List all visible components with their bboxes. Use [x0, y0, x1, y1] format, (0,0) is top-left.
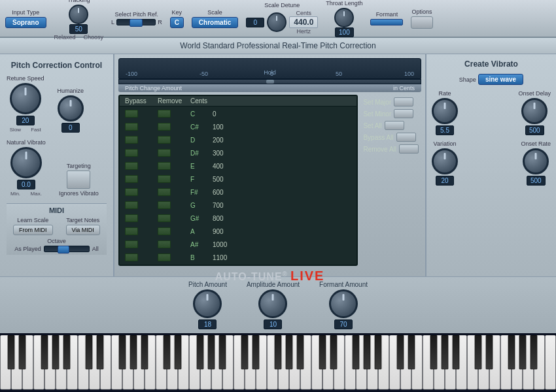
- targeting-container: Targeting Ignores Vibrato: [59, 163, 99, 197]
- rate-container: Rate 5.5: [432, 90, 458, 135]
- svg-rect-56: [97, 335, 103, 369]
- humanize-knob[interactable]: [58, 95, 84, 122]
- octave-thumb: [58, 246, 69, 253]
- formant-slider[interactable]: [370, 19, 403, 25]
- pitch-indicator-bar[interactable]: [118, 79, 421, 84]
- notes-cents-col: CC#DD#EFF#GG#AA#B 0100200300400500600700…: [190, 108, 245, 263]
- sine-wave-button[interactable]: sine wave: [478, 74, 523, 85]
- set-major-box[interactable]: [394, 97, 413, 106]
- variation-knob[interactable]: [432, 148, 458, 174]
- bypass-checkbox-7[interactable]: [125, 201, 138, 209]
- svg-rect-61: [175, 335, 181, 369]
- formant-amount-knob[interactable]: [329, 289, 358, 318]
- choosy-label: Choosy: [84, 34, 104, 41]
- onset-delay-label: Onset Delay: [518, 90, 551, 97]
- remove-checkbox-2[interactable]: [158, 136, 171, 144]
- remove-checkbox-10[interactable]: [158, 240, 171, 248]
- rate-value: 5.5: [436, 125, 454, 135]
- remove-checkbox-9[interactable]: [158, 227, 171, 235]
- remove-checkbox-3[interactable]: [158, 149, 171, 157]
- bypass-all-box[interactable]: [396, 133, 416, 142]
- svg-rect-77: [430, 335, 437, 369]
- svg-rect-75: [397, 335, 404, 369]
- bypass-checkbox-1[interactable]: [125, 123, 138, 131]
- svg-rect-82: [508, 335, 515, 369]
- svg-rect-50: [8, 335, 14, 369]
- set-minor-box[interactable]: [394, 109, 413, 118]
- cents-val-1: 100: [213, 123, 224, 131]
- remove-checkbox-4[interactable]: [158, 162, 171, 170]
- scale-detune-section: Scale Detune 0 Cents 440.0 Hertz: [246, 2, 318, 35]
- in-cents-label: in Cents: [393, 85, 415, 91]
- options-button[interactable]: [411, 16, 432, 29]
- key-button[interactable]: C: [170, 17, 184, 28]
- remove-header: Remove: [158, 97, 190, 105]
- pitch-amount-knob[interactable]: [193, 289, 222, 318]
- variation-label: Variation: [434, 140, 457, 147]
- formant-amount-value: 70: [334, 319, 353, 329]
- set-buttons: Set Major Set Minor Set All Bypass All R…: [360, 95, 421, 266]
- remove-checkbox-0[interactable]: [158, 110, 171, 118]
- natural-vibrato-knob[interactable]: [10, 147, 42, 178]
- bypass-checkbox-8[interactable]: [125, 214, 138, 222]
- svg-rect-83: [519, 335, 526, 369]
- bypass-checkbox-11[interactable]: [125, 253, 138, 261]
- vibrato-rate-row: Rate 5.5 Onset Delay 500: [432, 90, 551, 135]
- bypass-checkbox-5[interactable]: [125, 175, 138, 183]
- bypass-checkbox-10[interactable]: [125, 240, 138, 248]
- pitch-ref-label: Select Pitch Ref.: [115, 11, 159, 18]
- svg-rect-70: [319, 335, 326, 369]
- onset-delay-knob[interactable]: [521, 98, 547, 124]
- bypass-checkbox-4[interactable]: [125, 162, 138, 170]
- bypass-checkbox-3[interactable]: [125, 149, 138, 157]
- svg-rect-52: [41, 335, 48, 369]
- variation-value: 20: [436, 176, 454, 186]
- bypass-checkbox-9[interactable]: [125, 227, 138, 235]
- amplitude-amount-knob[interactable]: [258, 289, 287, 318]
- pitch-notch: [266, 80, 274, 84]
- remove-checkbox-7[interactable]: [158, 201, 171, 209]
- paf-row: Pitch Amount 18 Amplitude Amount 10 Form…: [0, 276, 556, 333]
- bypass-header: Bypass: [125, 97, 158, 105]
- learn-scale-button[interactable]: From MIDI: [13, 225, 53, 235]
- vibrato-title: Create Vibrato: [432, 59, 551, 69]
- remove-checkbox-8[interactable]: [158, 214, 171, 222]
- rate-knob[interactable]: [432, 98, 458, 124]
- target-notes-button[interactable]: Via MIDI: [66, 225, 100, 235]
- remove-checkbox-5[interactable]: [158, 175, 171, 183]
- bypass-checkbox-0[interactable]: [125, 110, 138, 118]
- ruler-neg100: -100: [126, 71, 137, 77]
- note-name-11: B: [190, 254, 195, 261]
- octave-label: Octave: [47, 238, 66, 244]
- scale-detune-knob[interactable]: [267, 12, 287, 32]
- remove-checkbox-1[interactable]: [158, 123, 171, 131]
- svg-rect-76: [408, 335, 415, 369]
- slow-label: Slow: [10, 127, 21, 133]
- targeting-box[interactable]: [67, 171, 90, 189]
- options-label: Options: [411, 8, 432, 15]
- remove-checkbox-11[interactable]: [158, 253, 171, 261]
- bypass-checkbox-6[interactable]: [125, 188, 138, 196]
- retune-speed-knob[interactable]: [10, 83, 41, 114]
- cents-val-8: 800: [213, 215, 224, 222]
- octave-slider[interactable]: [44, 246, 90, 252]
- remove-checkbox-6[interactable]: [158, 188, 171, 196]
- input-type-button[interactable]: Soprano: [5, 17, 46, 28]
- set-all-label: Set All: [363, 122, 381, 129]
- set-all-btn: Set All: [363, 121, 419, 130]
- svg-rect-67: [275, 335, 281, 369]
- scale-section: Scale Chromatic: [192, 9, 238, 28]
- set-all-box[interactable]: [385, 121, 404, 130]
- hold-label: Hold: [264, 69, 276, 76]
- onset-rate-knob[interactable]: [523, 148, 549, 174]
- scale-button[interactable]: Chromatic: [192, 17, 238, 28]
- remove-all-box[interactable]: [399, 144, 419, 154]
- throat-length-knob[interactable]: [334, 8, 354, 27]
- svg-rect-59: [141, 335, 148, 369]
- pitch-ref-slider[interactable]: L R: [111, 19, 162, 25]
- note-name-4: E: [190, 163, 195, 170]
- svg-rect-74: [375, 335, 381, 369]
- bypass-checkbox-2[interactable]: [125, 136, 138, 144]
- tracking-knob[interactable]: [69, 5, 88, 24]
- relaxed-label: Relaxed: [54, 34, 76, 41]
